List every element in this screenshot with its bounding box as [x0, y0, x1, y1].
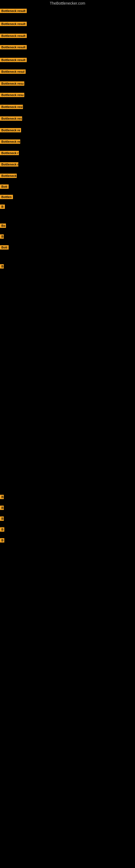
bottleneck-badge: Bottleneck r — [0, 162, 18, 166]
bottleneck-badge: Bottleneck re — [0, 140, 20, 144]
bottleneck-badge: Bottleneck res — [0, 116, 22, 121]
bottleneck-badge: Bottleneck resu — [0, 93, 24, 97]
bottleneck-badge: Bottleneck result — [0, 58, 27, 62]
bottleneck-badge: Bo — [0, 223, 6, 228]
bottleneck-badge: B — [0, 495, 4, 499]
bottleneck-badge: B — [0, 205, 5, 209]
bottleneck-badge: Bottleneck r — [0, 151, 19, 155]
bottleneck-badge: B — [0, 527, 4, 532]
bottleneck-badge: Bottleneck resi — [0, 105, 23, 109]
bottleneck-badge: Bottleneck result — [0, 34, 27, 38]
bottleneck-badge: B — [0, 506, 4, 510]
bottleneck-badge: Bottleneck result — [0, 45, 27, 50]
bottleneck-badge: Bottleneck result — [0, 22, 27, 26]
site-title: TheBottlenecker.com — [0, 0, 135, 6]
bottleneck-badge: B — [0, 235, 4, 239]
bottleneck-badge: B — [0, 264, 4, 269]
bottleneck-badge: Bottleneck re — [0, 128, 21, 132]
bottleneck-badge: Bottleneck result — [0, 9, 27, 13]
bottleneck-badge: Bottleneck — [0, 174, 17, 178]
bottleneck-badge: Bottleneck resu — [0, 82, 24, 86]
bottleneck-badge: B — [0, 517, 4, 521]
bottleneck-badge: B — [0, 538, 4, 542]
bottleneck-badge: Bott — [0, 245, 9, 250]
bottleneck-badge: Bottlen — [0, 195, 13, 199]
bottleneck-badge: Bott — [0, 184, 9, 189]
bottleneck-badge: Bottleneck resul — [0, 69, 26, 74]
